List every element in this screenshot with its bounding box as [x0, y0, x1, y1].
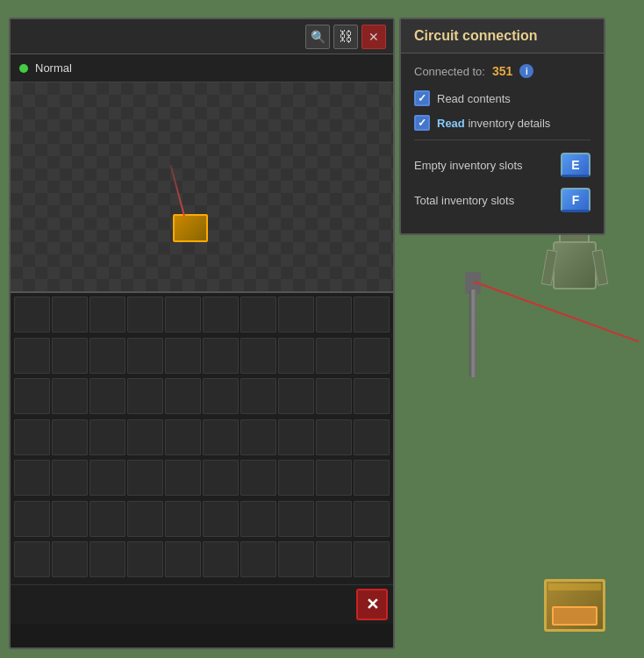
inventory-slot[interactable]: [127, 378, 163, 414]
total-inventory-row: Total inventory slots F: [414, 188, 590, 212]
status-label: Normal: [35, 61, 72, 75]
inventory-slot[interactable]: [52, 501, 88, 537]
map-area: [11, 82, 393, 293]
inventory-slot[interactable]: [89, 297, 125, 333]
inventory-slot[interactable]: [354, 501, 390, 537]
close-button[interactable]: ✕: [361, 25, 386, 49]
robot-entity: [544, 228, 605, 316]
inventory-slot[interactable]: [316, 460, 352, 496]
inventory-slot[interactable]: [165, 419, 201, 455]
read-contents-checkbox[interactable]: [414, 90, 430, 106]
empty-inventory-label: Empty inventory slots: [414, 159, 523, 172]
inventory-slot[interactable]: [14, 338, 50, 374]
total-inventory-key[interactable]: F: [561, 188, 590, 212]
inventory-slot[interactable]: [240, 378, 276, 414]
inventory-slot[interactable]: [278, 541, 314, 577]
inventory-slot[interactable]: [89, 419, 125, 455]
inventory-slot[interactable]: [278, 338, 314, 374]
inventory-slot[interactable]: [278, 460, 314, 496]
inventory-slot[interactable]: [165, 460, 201, 496]
inventory-grid: [11, 293, 393, 584]
inventory-panel: 🔍 ⛓ ✕ Normal ✕: [9, 18, 395, 649]
delete-row: ✕: [11, 584, 393, 624]
inventory-slot[interactable]: [52, 297, 88, 333]
search-button[interactable]: 🔍: [305, 25, 330, 49]
inventory-slot[interactable]: [14, 541, 50, 577]
info-icon[interactable]: i: [519, 64, 533, 78]
inventory-slot[interactable]: [14, 297, 50, 333]
read-contents-row: Read contents: [414, 90, 590, 106]
inventory-slot[interactable]: [52, 460, 88, 496]
inventory-slot[interactable]: [278, 419, 314, 455]
inventory-slot[interactable]: [240, 541, 276, 577]
inventory-slot[interactable]: [354, 541, 390, 577]
read-contents-label: Read contents: [437, 92, 511, 105]
inventory-slot[interactable]: [354, 460, 390, 496]
status-bar: Normal: [11, 54, 393, 82]
inventory-slot[interactable]: [14, 501, 50, 537]
inventory-slot[interactable]: [203, 338, 239, 374]
inventory-slot[interactable]: [165, 378, 201, 414]
inventory-slot[interactable]: [52, 541, 88, 577]
inventory-slot[interactable]: [52, 419, 88, 455]
inventory-slot[interactable]: [316, 419, 352, 455]
inventory-slot[interactable]: [165, 541, 201, 577]
inventory-slot[interactable]: [165, 297, 201, 333]
inventory-slot[interactable]: [354, 378, 390, 414]
circuit-connection-panel: Circuit connection Connected to: 351 i R…: [399, 18, 605, 235]
inventory-slot[interactable]: [127, 297, 163, 333]
inventory-slot[interactable]: [203, 460, 239, 496]
inventory-slot[interactable]: [203, 378, 239, 414]
inventory-slot[interactable]: [127, 460, 163, 496]
inventory-slot[interactable]: [316, 378, 352, 414]
inventory-slot[interactable]: [240, 338, 276, 374]
inventory-slot[interactable]: [14, 460, 50, 496]
inventory-slot[interactable]: [316, 297, 352, 333]
inventory-slot[interactable]: [354, 419, 390, 455]
inventory-slot[interactable]: [240, 419, 276, 455]
inventory-slot[interactable]: [278, 501, 314, 537]
inventory-slot[interactable]: [14, 378, 50, 414]
inventory-slot[interactable]: [165, 338, 201, 374]
inventory-slot[interactable]: [316, 501, 352, 537]
inventory-slot[interactable]: [240, 460, 276, 496]
inventory-slot[interactable]: [127, 541, 163, 577]
inventory-slot[interactable]: [165, 501, 201, 537]
connected-to-value: 351: [492, 64, 512, 78]
empty-inventory-row: Empty inventory slots E: [414, 153, 590, 177]
total-inventory-label: Total inventory slots: [414, 194, 514, 207]
inventory-slot[interactable]: [354, 338, 390, 374]
inventory-slot[interactable]: [203, 297, 239, 333]
inventory-slot[interactable]: [89, 378, 125, 414]
inventory-slot[interactable]: [127, 501, 163, 537]
inventory-slot[interactable]: [52, 338, 88, 374]
empty-inventory-key[interactable]: E: [561, 153, 590, 177]
delete-icon: ✕: [366, 595, 379, 614]
inventory-slot[interactable]: [89, 541, 125, 577]
inventory-slot[interactable]: [203, 501, 239, 537]
inventory-slot[interactable]: [203, 541, 239, 577]
inventory-slot[interactable]: [278, 297, 314, 333]
inventory-slot[interactable]: [89, 460, 125, 496]
delete-button[interactable]: ✕: [356, 589, 388, 620]
inventory-slot[interactable]: [14, 419, 50, 455]
inventory-slot[interactable]: [127, 419, 163, 455]
inventory-slot[interactable]: [240, 501, 276, 537]
map-entity: [173, 214, 208, 242]
inventory-slot[interactable]: [127, 338, 163, 374]
inventory-slot[interactable]: [316, 541, 352, 577]
inventory-slot[interactable]: [278, 378, 314, 414]
read-inventory-checkbox[interactable]: [414, 115, 430, 131]
network-button[interactable]: ⛓: [333, 25, 358, 49]
connected-to-row: Connected to: 351 i: [414, 64, 590, 78]
inventory-slot[interactable]: [240, 297, 276, 333]
chest-entity: [544, 579, 605, 632]
inventory-slot[interactable]: [89, 501, 125, 537]
inventory-slot[interactable]: [52, 378, 88, 414]
pole-body: [469, 290, 476, 377]
inventory-slot[interactable]: [354, 297, 390, 333]
inventory-slot[interactable]: [89, 338, 125, 374]
inventory-slot[interactable]: [316, 338, 352, 374]
search-icon: 🔍: [311, 30, 326, 44]
inventory-slot[interactable]: [203, 419, 239, 455]
